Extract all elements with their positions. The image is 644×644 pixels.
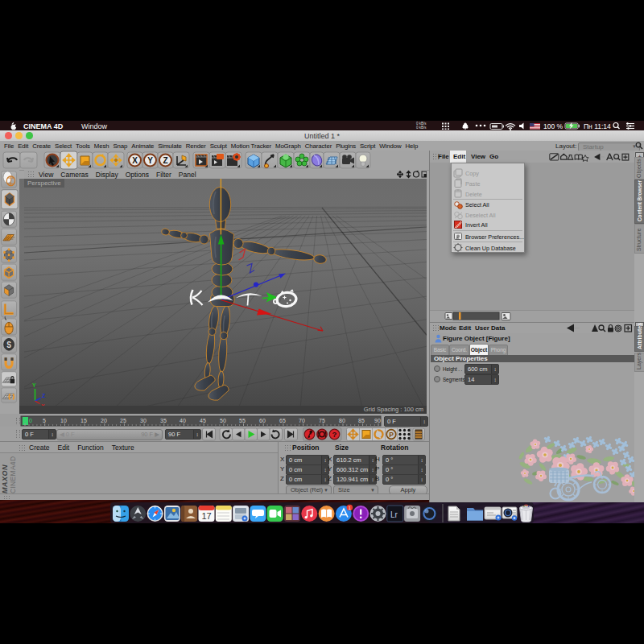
svg-text:30: 30 [140,418,147,423]
svg-text:40: 40 [180,418,186,423]
svg-text:Browser Preferences...: Browser Preferences... [465,233,524,241]
svg-text:60: 60 [259,418,266,423]
svg-text:15: 15 [80,418,87,423]
svg-text:5: 5 [43,418,46,423]
svg-text:65: 65 [279,418,286,423]
svg-text:Y: Y [147,156,153,165]
svg-text:Z: Z [163,156,167,165]
svg-text:?: ? [332,430,337,439]
svg-text:85: 85 [358,418,365,423]
svg-text:Deselect All: Deselect All [465,212,496,219]
svg-text:X: X [132,156,138,165]
svg-text:17: 17 [201,511,211,521]
svg-text:Y: Y [32,382,36,388]
svg-text:Copy: Copy [465,170,479,177]
svg-text:25: 25 [120,418,126,423]
svg-text:S: S [6,340,11,349]
svg-text:90: 90 [374,418,381,423]
svg-text:Delete: Delete [465,191,482,198]
svg-text:55: 55 [239,418,246,423]
svg-text:35: 35 [160,418,167,423]
svg-text:P: P [389,431,394,439]
svg-text:Select All: Select All [465,201,489,208]
svg-text:75: 75 [319,418,325,423]
svg-text:45: 45 [200,418,206,423]
svg-text:80: 80 [339,418,345,423]
svg-text:10: 10 [60,418,67,423]
svg-text:Invert All: Invert All [465,221,488,229]
svg-text:1: 1 [349,506,351,510]
svg-text:Paste: Paste [465,180,480,188]
svg-text:20: 20 [101,418,107,423]
svg-text:Clean Up Database: Clean Up Database [465,245,516,252]
svg-text:0: 0 [29,418,32,423]
svg-text:70: 70 [299,418,305,423]
svg-text:Lr: Lr [390,510,398,519]
svg-text:50: 50 [220,418,226,423]
svg-text:Z: Z [42,393,46,398]
